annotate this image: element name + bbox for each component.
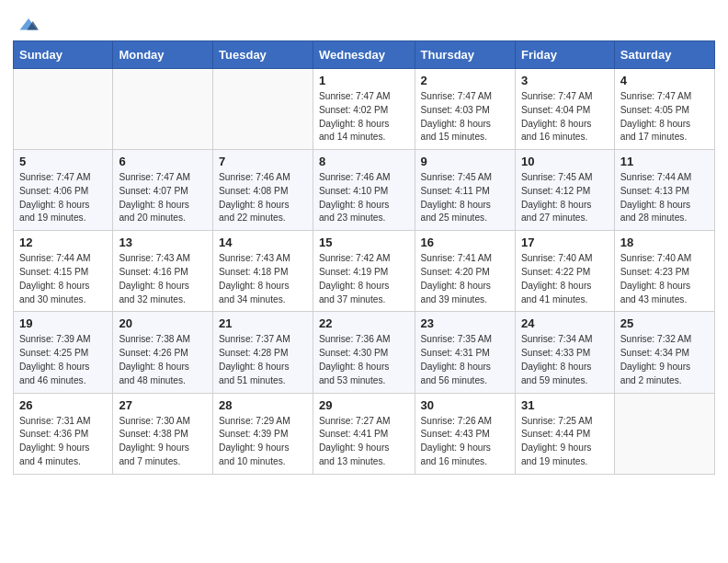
day-info: Sunrise: 7:27 AM Sunset: 4:41 PM Dayligh… (319, 415, 409, 469)
calendar-cell: 17Sunrise: 7:40 AM Sunset: 4:22 PM Dayli… (515, 231, 614, 312)
day-info: Sunrise: 7:40 AM Sunset: 4:23 PM Dayligh… (620, 252, 709, 306)
day-number: 6 (119, 155, 207, 168)
day-info: Sunrise: 7:26 AM Sunset: 4:43 PM Dayligh… (421, 415, 509, 469)
day-info: Sunrise: 7:35 AM Sunset: 4:31 PM Dayligh… (421, 333, 509, 387)
day-info: Sunrise: 7:25 AM Sunset: 4:44 PM Dayligh… (521, 415, 609, 469)
calendar-cell: 4Sunrise: 7:47 AM Sunset: 4:05 PM Daylig… (614, 69, 714, 150)
day-info: Sunrise: 7:29 AM Sunset: 4:39 PM Dayligh… (219, 415, 307, 469)
calendar-cell: 31Sunrise: 7:25 AM Sunset: 4:44 PM Dayli… (515, 393, 614, 474)
calendar-cell: 12Sunrise: 7:44 AM Sunset: 4:15 PM Dayli… (14, 231, 113, 312)
calendar-cell: 20Sunrise: 7:38 AM Sunset: 4:26 PM Dayli… (113, 312, 213, 393)
calendar-cell (614, 393, 714, 474)
day-info: Sunrise: 7:36 AM Sunset: 4:30 PM Dayligh… (319, 333, 409, 387)
day-info: Sunrise: 7:45 AM Sunset: 4:11 PM Dayligh… (421, 171, 509, 225)
calendar-cell: 7Sunrise: 7:46 AM Sunset: 4:08 PM Daylig… (213, 150, 313, 231)
calendar-cell: 10Sunrise: 7:45 AM Sunset: 4:12 PM Dayli… (515, 150, 614, 231)
day-number: 4 (620, 74, 709, 87)
calendar-cell: 27Sunrise: 7:30 AM Sunset: 4:38 PM Dayli… (113, 393, 213, 474)
day-number: 11 (620, 155, 709, 168)
calendar-cell: 26Sunrise: 7:31 AM Sunset: 4:36 PM Dayli… (14, 393, 113, 474)
calendar-cell: 22Sunrise: 7:36 AM Sunset: 4:30 PM Dayli… (313, 312, 415, 393)
calendar-week-1: 1Sunrise: 7:47 AM Sunset: 4:02 PM Daylig… (14, 69, 715, 150)
day-info: Sunrise: 7:46 AM Sunset: 4:10 PM Dayligh… (319, 171, 409, 225)
calendar-week-4: 19Sunrise: 7:39 AM Sunset: 4:25 PM Dayli… (14, 312, 715, 393)
calendar-cell: 24Sunrise: 7:34 AM Sunset: 4:33 PM Dayli… (515, 312, 614, 393)
day-info: Sunrise: 7:30 AM Sunset: 4:38 PM Dayligh… (119, 415, 207, 469)
calendar-body: 1Sunrise: 7:47 AM Sunset: 4:02 PM Daylig… (14, 69, 715, 475)
calendar-cell: 25Sunrise: 7:32 AM Sunset: 4:34 PM Dayli… (614, 312, 714, 393)
day-number: 2 (421, 74, 509, 87)
day-number: 29 (319, 398, 409, 412)
weekday-header-wednesday: Wednesday (313, 41, 415, 69)
weekday-header-monday: Monday (113, 41, 213, 69)
day-number: 19 (19, 316, 107, 330)
day-info: Sunrise: 7:47 AM Sunset: 4:05 PM Dayligh… (620, 90, 709, 144)
logo (18, 17, 41, 33)
day-number: 1 (319, 74, 409, 87)
calendar-cell: 30Sunrise: 7:26 AM Sunset: 4:43 PM Dayli… (415, 393, 515, 474)
weekday-header-saturday: Saturday (614, 41, 714, 69)
day-number: 26 (19, 398, 107, 412)
day-number: 17 (521, 236, 609, 249)
day-number: 25 (620, 316, 709, 330)
day-info: Sunrise: 7:46 AM Sunset: 4:08 PM Dayligh… (219, 171, 307, 225)
calendar-cell: 3Sunrise: 7:47 AM Sunset: 4:04 PM Daylig… (515, 69, 614, 150)
weekday-header-thursday: Thursday (415, 41, 515, 69)
day-number: 31 (521, 398, 609, 412)
day-info: Sunrise: 7:44 AM Sunset: 4:15 PM Dayligh… (19, 252, 107, 306)
day-info: Sunrise: 7:39 AM Sunset: 4:25 PM Dayligh… (19, 333, 107, 387)
day-info: Sunrise: 7:42 AM Sunset: 4:19 PM Dayligh… (319, 252, 409, 306)
day-number: 22 (319, 316, 409, 330)
calendar-cell: 2Sunrise: 7:47 AM Sunset: 4:03 PM Daylig… (415, 69, 515, 150)
day-number: 10 (521, 155, 609, 168)
day-number: 16 (421, 236, 509, 249)
calendar-cell: 15Sunrise: 7:42 AM Sunset: 4:19 PM Dayli… (313, 231, 415, 312)
calendar-cell: 5Sunrise: 7:47 AM Sunset: 4:06 PM Daylig… (14, 150, 113, 231)
calendar-cell: 29Sunrise: 7:27 AM Sunset: 4:41 PM Dayli… (313, 393, 415, 474)
day-info: Sunrise: 7:41 AM Sunset: 4:20 PM Dayligh… (421, 252, 509, 306)
day-info: Sunrise: 7:34 AM Sunset: 4:33 PM Dayligh… (521, 333, 609, 387)
day-info: Sunrise: 7:38 AM Sunset: 4:26 PM Dayligh… (119, 333, 207, 387)
calendar-cell: 8Sunrise: 7:46 AM Sunset: 4:10 PM Daylig… (313, 150, 415, 231)
day-number: 20 (119, 316, 207, 330)
day-info: Sunrise: 7:47 AM Sunset: 4:04 PM Dayligh… (521, 90, 609, 144)
day-info: Sunrise: 7:32 AM Sunset: 4:34 PM Dayligh… (620, 333, 709, 387)
calendar-cell (113, 69, 213, 150)
day-info: Sunrise: 7:47 AM Sunset: 4:06 PM Dayligh… (19, 171, 107, 225)
day-number: 3 (521, 74, 609, 87)
calendar-cell: 11Sunrise: 7:44 AM Sunset: 4:13 PM Dayli… (614, 150, 714, 231)
weekday-header-friday: Friday (515, 41, 614, 69)
calendar-cell: 13Sunrise: 7:43 AM Sunset: 4:16 PM Dayli… (113, 231, 213, 312)
day-number: 12 (19, 236, 107, 249)
day-number: 9 (421, 155, 509, 168)
weekday-header-tuesday: Tuesday (213, 41, 313, 69)
calendar-week-2: 5Sunrise: 7:47 AM Sunset: 4:06 PM Daylig… (14, 150, 715, 231)
calendar-week-5: 26Sunrise: 7:31 AM Sunset: 4:36 PM Dayli… (14, 393, 715, 474)
weekday-header-sunday: Sunday (14, 41, 113, 69)
calendar-cell: 18Sunrise: 7:40 AM Sunset: 4:23 PM Dayli… (614, 231, 714, 312)
day-number: 21 (219, 316, 307, 330)
calendar-week-3: 12Sunrise: 7:44 AM Sunset: 4:15 PM Dayli… (14, 231, 715, 312)
calendar-table: SundayMondayTuesdayWednesdayThursdayFrid… (13, 40, 715, 475)
logo-icon (18, 17, 39, 33)
day-info: Sunrise: 7:31 AM Sunset: 4:36 PM Dayligh… (19, 415, 107, 469)
day-number: 18 (620, 236, 709, 249)
day-info: Sunrise: 7:47 AM Sunset: 4:07 PM Dayligh… (119, 171, 207, 225)
weekday-header-row: SundayMondayTuesdayWednesdayThursdayFrid… (14, 41, 715, 69)
calendar-cell: 16Sunrise: 7:41 AM Sunset: 4:20 PM Dayli… (415, 231, 515, 312)
calendar-cell (14, 69, 113, 150)
day-number: 24 (521, 316, 609, 330)
calendar-cell: 14Sunrise: 7:43 AM Sunset: 4:18 PM Dayli… (213, 231, 313, 312)
page-header (0, 0, 728, 40)
day-info: Sunrise: 7:43 AM Sunset: 4:18 PM Dayligh… (219, 252, 307, 306)
calendar-cell (213, 69, 313, 150)
calendar-cell: 19Sunrise: 7:39 AM Sunset: 4:25 PM Dayli… (14, 312, 113, 393)
calendar-cell: 28Sunrise: 7:29 AM Sunset: 4:39 PM Dayli… (213, 393, 313, 474)
day-info: Sunrise: 7:44 AM Sunset: 4:13 PM Dayligh… (620, 171, 709, 225)
day-number: 8 (319, 155, 409, 168)
day-number: 27 (119, 398, 207, 412)
calendar-cell: 9Sunrise: 7:45 AM Sunset: 4:11 PM Daylig… (415, 150, 515, 231)
day-info: Sunrise: 7:47 AM Sunset: 4:03 PM Dayligh… (421, 90, 509, 144)
day-number: 15 (319, 236, 409, 249)
day-info: Sunrise: 7:43 AM Sunset: 4:16 PM Dayligh… (119, 252, 207, 306)
